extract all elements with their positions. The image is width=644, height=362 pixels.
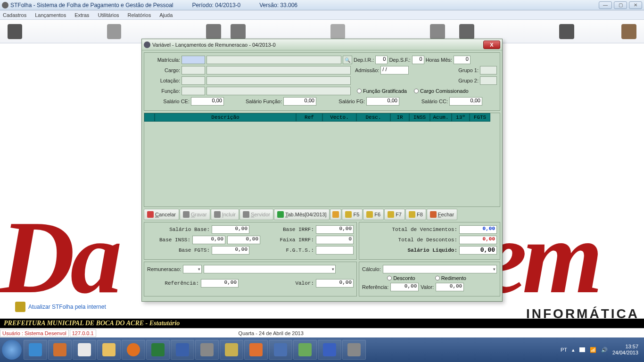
toolbar-books-icon[interactable] (559, 24, 574, 39)
f8-button[interactable]: F8 (405, 209, 426, 220)
add-icon (214, 211, 221, 218)
col-ref[interactable]: Ref (296, 113, 322, 122)
salario-cc-field[interactable]: 0,00 (449, 97, 482, 106)
task-stfolha[interactable] (342, 340, 366, 360)
base-inss-field2: 0,00 (227, 236, 260, 244)
tray-chevron-icon[interactable]: ▴ (572, 347, 575, 353)
task-firefox[interactable] (48, 340, 72, 360)
horas-field[interactable]: 0 (454, 56, 471, 64)
minimize-button[interactable]: — (599, 1, 612, 9)
task-word[interactable] (318, 340, 341, 360)
col-acum[interactable]: Acum. (430, 113, 452, 122)
salario-fg-field[interactable]: 0,00 (366, 97, 399, 106)
tabmes-button[interactable]: Tab.Mês[04/2013] (274, 209, 330, 220)
salario-ce-field[interactable]: 0,00 (191, 97, 224, 106)
task-vlc[interactable] (244, 340, 268, 360)
taskbar: PT ▴ 📶 🔊 13:5724/04/2013 (0, 337, 644, 362)
col-descricao[interactable]: Descrição (155, 113, 296, 122)
task-thunderbird[interactable] (269, 340, 292, 360)
task-explorer[interactable] (97, 340, 121, 360)
referencia-field[interactable]: 0,00 (201, 279, 239, 288)
admissao-field[interactable]: / / (380, 66, 409, 74)
matricula-search-button[interactable]: 🔍 (343, 56, 352, 64)
totals-row: Salário Base: 0,00 Base IRRF: 0,00 Base … (144, 222, 500, 260)
app-icon (2, 2, 8, 8)
grid-body[interactable] (144, 122, 500, 206)
f7-button[interactable]: F7 (384, 209, 405, 220)
toolbar-pen-icon[interactable] (206, 24, 221, 39)
dialog-close-button[interactable]: X (483, 41, 500, 49)
update-link[interactable]: Atualizar STFolha pela internet (28, 304, 106, 310)
base-inss-field1: 0,00 (192, 236, 225, 244)
tray-network-icon[interactable]: 📶 (590, 347, 596, 353)
toolbar-phone-icon[interactable] (459, 24, 474, 39)
task-msn[interactable] (293, 340, 317, 360)
task-app3[interactable] (220, 340, 243, 360)
menu-utilitarios[interactable]: Utilitários (98, 12, 119, 18)
radio-funcao-gratificada[interactable]: Função Gratificada (357, 88, 407, 94)
task-chrome[interactable] (73, 340, 96, 360)
toolbar-save-icon[interactable] (8, 24, 22, 39)
f6-button[interactable]: F6 (363, 209, 384, 220)
valor2-field[interactable]: 0,00 (436, 283, 464, 291)
calculo-combo[interactable] (383, 265, 497, 273)
salario-base-field: 0,00 (212, 225, 249, 234)
task-ib[interactable] (146, 340, 170, 360)
col-fgts[interactable]: FGTS (470, 113, 490, 122)
gravar-button[interactable]: Gravar (180, 209, 210, 220)
tray-volume-icon[interactable]: 🔊 (601, 347, 608, 353)
f5-button[interactable]: F5 (342, 209, 363, 220)
depir-field[interactable]: 0 (375, 56, 388, 64)
radio-desconto[interactable]: Desconto (387, 275, 415, 281)
tray-clock[interactable]: 13:5724/04/2013 (612, 344, 638, 356)
lotacao-label: Lotação: (147, 78, 180, 83)
salario-funcao-field[interactable]: 0,00 (283, 97, 316, 106)
valor-field[interactable]: 0,00 (316, 279, 354, 288)
cancelar-button[interactable]: Cancelar (144, 209, 179, 220)
fechar-button[interactable]: Fechar (427, 209, 457, 220)
data-grid[interactable]: Descrição Ref Vecto. Desc. IR INSS Acum.… (144, 113, 500, 207)
col-inss[interactable]: INSS (409, 113, 430, 122)
menu-relatorios[interactable]: Relatórios (128, 12, 151, 18)
referencia2-field[interactable]: 0,00 (390, 283, 419, 291)
salario-cc-label: Salário CC: (401, 99, 448, 104)
incluir-button[interactable]: Incluir (211, 209, 239, 220)
check-button[interactable] (330, 209, 341, 220)
maximize-button[interactable]: ▢ (614, 1, 627, 9)
depsf-field[interactable]: 0 (412, 56, 424, 64)
app-title: STFolha - Sistema de Folha de Pagamento … (10, 2, 173, 8)
tray-lang[interactable]: PT (561, 347, 567, 353)
status-date: Quarta - 24 de Abril de 2013 (239, 330, 304, 336)
salario-liquido-field: 0,00 (459, 246, 497, 255)
toolbar-eye-icon[interactable] (330, 24, 345, 39)
task-app2[interactable] (195, 340, 219, 360)
task-ie[interactable] (24, 340, 47, 360)
remuneracao-code-combo[interactable] (183, 265, 202, 273)
menu-extras[interactable]: Extras (74, 12, 89, 18)
toolbar-people-icon[interactable] (231, 24, 246, 39)
col-ir[interactable]: IR (390, 113, 409, 122)
task-media[interactable] (122, 340, 145, 360)
radio-cargo-comissionado[interactable]: Cargo Comissionado (414, 88, 469, 94)
start-button[interactable] (2, 340, 22, 360)
close-window-button[interactable]: ✕ (629, 1, 642, 9)
col-13[interactable]: 13º (452, 113, 470, 122)
matricula-field[interactable] (182, 56, 205, 64)
servidor-button[interactable]: Servidor (239, 209, 273, 220)
totals-box: Total de Vencimentos: 0,00 Total de Desc… (359, 222, 500, 260)
menu-lancamentos[interactable]: Lançamentos (35, 12, 66, 18)
col-vecto[interactable]: Vecto. (322, 113, 356, 122)
tray-flag-icon[interactable] (579, 347, 585, 352)
window-titlebar: STFolha - Sistema de Folha de Pagamento … (0, 0, 644, 10)
base-inss-label: Base INSS: (147, 237, 190, 243)
remuneracao-desc-combo[interactable] (204, 265, 336, 273)
menu-cadastros[interactable]: Cadastros (3, 12, 26, 18)
radio-redimento[interactable]: Redimento (435, 275, 466, 281)
toolbar-box-icon[interactable] (107, 24, 122, 39)
task-app1[interactable] (171, 340, 194, 360)
col-desc[interactable]: Desc. (356, 113, 390, 122)
menu-ajuda[interactable]: Ajuda (159, 12, 173, 18)
toolbar-calendar-icon[interactable] (430, 24, 445, 39)
gear-icon[interactable] (15, 302, 25, 312)
toolbar-boot-icon[interactable] (621, 24, 636, 39)
